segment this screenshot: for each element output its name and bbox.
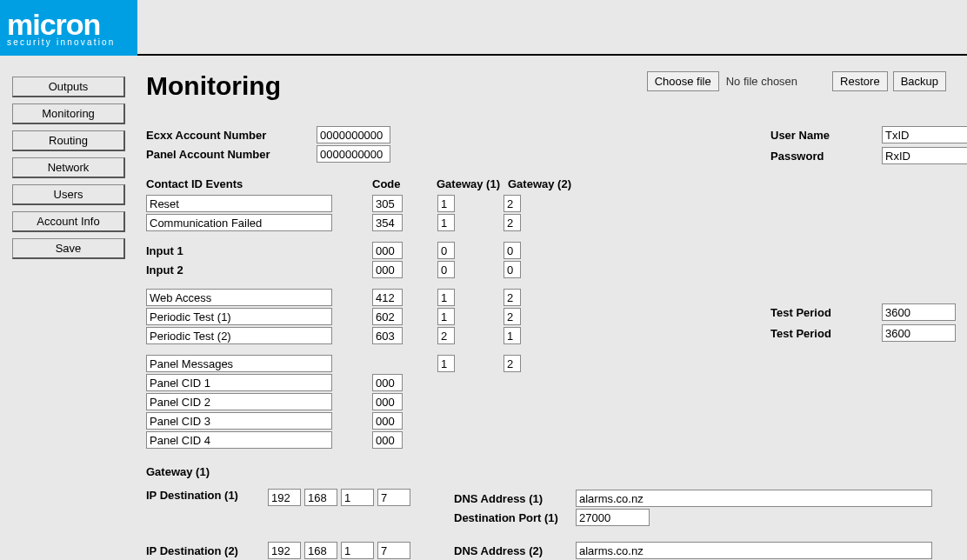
form-area: User Name Password Test Period seconds T… [146,125,946,560]
event-commfail[interactable] [146,214,332,231]
test-period-2-input[interactable] [882,324,956,342]
ip-dest-1-label: IP Destination (1) [146,489,268,502]
event-periodic-2-gw1[interactable] [437,327,455,344]
port-1-label: Destination Port (1) [454,511,576,524]
event-periodic-2-code[interactable] [372,327,403,344]
input2-gw1[interactable] [437,261,455,278]
event-periodic-1[interactable] [146,308,332,325]
logo-tagline: security innovation [7,37,137,47]
logo-text: micron [7,10,137,39]
password-label: Password [770,150,882,163]
event-periodic-1-gw1[interactable] [437,308,455,325]
test-period-1-input[interactable] [882,303,956,321]
input2-gw2[interactable] [504,261,521,278]
event-periodic-2-gw2[interactable] [504,327,521,344]
event-reset[interactable] [146,195,332,212]
ip2-d[interactable] [377,542,410,559]
backup-button[interactable]: Backup [893,71,946,91]
code-header: Code [372,177,437,190]
event-periodic-2[interactable] [146,327,332,344]
event-commfail-gw2[interactable] [504,214,521,231]
ip-dest-2-label: IP Destination (2) [146,544,268,557]
test-period-block: Test Period seconds Test Period seconds [770,303,967,344]
event-web[interactable] [146,289,332,306]
ip1-d[interactable] [377,489,410,506]
input1-gw2[interactable] [504,242,521,259]
event-panel-cid-4[interactable] [146,431,332,449]
username-input[interactable] [882,126,967,143]
ecxx-input[interactable] [317,126,390,143]
content: Monitoring Choose file No file chosen Re… [137,56,967,560]
sidebar-item-monitoring[interactable]: Monitoring [12,103,125,124]
event-panel-cid-1[interactable] [146,374,332,391]
test-period-2-label: Test Period [770,327,882,340]
event-panel-cid-3[interactable] [146,412,332,430]
event-web-code[interactable] [372,289,403,306]
event-periodic-1-code[interactable] [372,308,403,325]
ip1-c[interactable] [341,489,374,506]
ecxx-label: Ecxx Account Number [146,129,317,142]
input2-code[interactable] [372,261,403,278]
gateway-1-title: Gateway (1) [146,465,946,478]
dns-1-label: DNS Address (1) [454,492,576,505]
event-panel-cid-4-code[interactable] [372,431,403,449]
event-periodic-1-gw2[interactable] [504,308,521,325]
ip1-a[interactable] [268,489,301,506]
password-input[interactable] [882,147,967,164]
sidebar-item-routing[interactable]: Routing [12,130,125,151]
event-panel-cid-1-code[interactable] [372,374,403,391]
header-border [137,0,967,56]
event-reset-gw1[interactable] [437,195,455,212]
event-panel-messages-gw1[interactable] [437,355,455,372]
event-panel-messages-gw2[interactable] [504,355,521,372]
event-panel-cid-2-code[interactable] [372,393,403,410]
page-title: Monitoring [146,71,647,101]
port-1-input[interactable] [576,509,650,526]
sidebar-item-save[interactable]: Save [12,238,125,259]
ip1-b[interactable] [304,489,337,506]
panel-acct-input[interactable] [317,145,390,163]
input1-label: Input 1 [146,244,372,257]
choose-file-button[interactable]: Choose file [647,71,719,91]
credentials-block: User Name Password [770,125,967,167]
panel-acct-label: Panel Account Number [146,148,317,161]
event-reset-code[interactable] [372,195,403,212]
input1-code[interactable] [372,242,403,259]
sidebar-item-outputs[interactable]: Outputs [12,77,125,97]
event-reset-gw2[interactable] [504,195,521,212]
gw2-header: Gateway (2) [508,177,571,190]
file-status: No file chosen [726,75,797,88]
logo: micron security innovation [0,0,137,56]
input1-gw1[interactable] [437,242,455,259]
event-panel-cid-2[interactable] [146,393,332,410]
event-web-gw1[interactable] [437,289,455,306]
restore-button[interactable]: Restore [832,71,888,91]
username-label: User Name [770,129,882,142]
event-web-gw2[interactable] [504,289,521,306]
sidebar-item-network[interactable]: Network [12,157,125,178]
events-header: Contact ID Events [146,177,372,190]
ip2-a[interactable] [268,542,301,559]
sidebar-item-account-info[interactable]: Account Info [12,211,125,232]
input2-label: Input 2 [146,263,372,277]
header: micron security innovation [0,0,967,56]
dns-2-label: DNS Address (2) [454,544,576,557]
event-panel-cid-3-code[interactable] [372,412,403,430]
event-panel-messages[interactable] [146,355,332,372]
test-period-1-label: Test Period [770,306,882,319]
ip2-b[interactable] [304,542,337,559]
event-commfail-code[interactable] [372,214,403,231]
sidebar-item-users[interactable]: Users [12,184,125,205]
file-chooser: Choose file No file chosen [647,71,797,91]
sidebar: Outputs Monitoring Routing Network Users… [0,56,137,560]
dns-1-input[interactable] [576,490,932,507]
gw1-header: Gateway (1) [437,177,508,190]
dns-2-input[interactable] [576,542,932,559]
ip2-c[interactable] [341,542,374,559]
event-commfail-gw1[interactable] [437,214,455,231]
